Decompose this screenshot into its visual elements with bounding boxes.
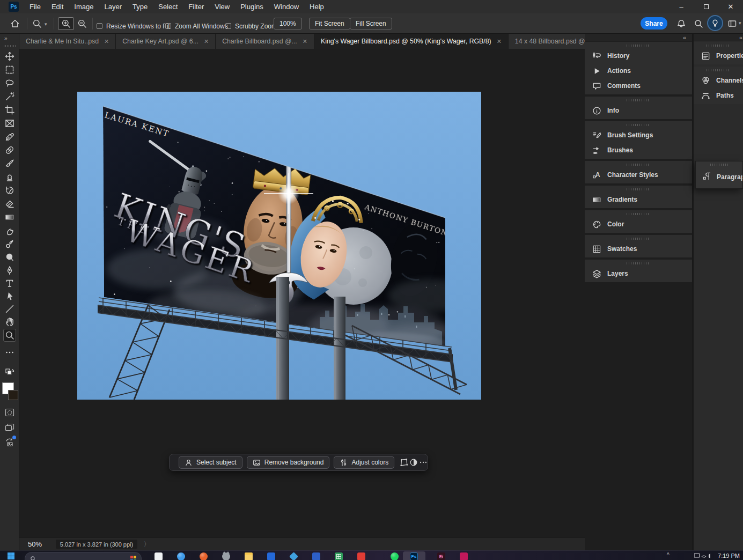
transform-button[interactable] [400, 456, 408, 469]
photoshop-app-icon[interactable]: Ps [9, 2, 19, 12]
remove-background-button[interactable]: Remove background [247, 456, 330, 469]
status-chevron-icon[interactable]: 〉 [144, 540, 150, 548]
document-info[interactable]: 5.027 in x 3.827 in (300 ppi) [56, 540, 137, 549]
panel-tab-paths[interactable]: Paths [694, 88, 743, 103]
select-subject-button[interactable]: Select subject [179, 456, 242, 469]
zoom-out-button[interactable] [77, 19, 87, 28]
panel-group-grip[interactable] [627, 45, 650, 47]
move-tool[interactable] [4, 50, 16, 62]
panel-group-grip[interactable] [627, 238, 650, 240]
fill-screen-button[interactable]: Fill Screen [350, 18, 392, 30]
app-file-explorer-icon[interactable] [245, 552, 253, 560]
lasso-tool[interactable] [4, 77, 16, 89]
panel-group-grip[interactable] [707, 69, 730, 71]
gradient-tool[interactable] [4, 211, 16, 223]
app-red-icon[interactable] [357, 552, 365, 560]
type-tool[interactable] [4, 277, 16, 289]
close-button[interactable]: ✕ [718, 0, 743, 13]
screen-mode-icon[interactable] [4, 422, 16, 433]
zoom-100-button[interactable]: 100% [274, 18, 302, 30]
menu-view[interactable]: View [209, 0, 235, 13]
menu-image[interactable]: Image [69, 0, 99, 13]
panel-tab-color[interactable]: Color [585, 217, 692, 232]
panel-tab-gradients[interactable]: Gradients [585, 192, 692, 207]
share-button[interactable]: Share [641, 17, 667, 30]
app-premiere-icon[interactable]: Pr [437, 552, 445, 560]
menu-type[interactable]: Type [127, 0, 153, 13]
swap-colors-icon[interactable] [4, 367, 16, 379]
panel-group-grip[interactable] [627, 124, 650, 126]
background-color-swatch[interactable] [8, 390, 18, 400]
panel-group-grip[interactable] [627, 213, 650, 215]
panel-group-grip[interactable] [627, 262, 650, 264]
panel-tab-history[interactable]: History [585, 48, 692, 63]
panel-tab-swatches[interactable]: Swatches [585, 241, 692, 256]
panel-tab-brushes[interactable]: Brushes [585, 143, 692, 158]
menu-edit[interactable]: Edit [46, 0, 69, 13]
discover-lightbulb-icon[interactable] [707, 15, 723, 31]
document-tab-4-active[interactable]: King's Wager Billboard.psd @ 50% (King's… [314, 34, 509, 49]
collapse-panels-icon[interactable]: « [683, 34, 686, 41]
hand-tool[interactable] [4, 316, 16, 328]
mixer-brush-tool[interactable] [4, 238, 16, 250]
menu-window[interactable]: Window [269, 0, 304, 13]
app-excel-icon[interactable] [335, 552, 343, 560]
fit-screen-button[interactable]: Fit Screen [309, 18, 350, 30]
maximize-button[interactable] [694, 0, 718, 13]
clone-stamp-tool[interactable] [4, 171, 16, 183]
tab-close-icon[interactable]: ✕ [303, 38, 307, 45]
crop-tool[interactable] [4, 104, 16, 116]
panel-group-grip[interactable] [707, 45, 730, 47]
eyedropper-tool[interactable] [4, 131, 16, 143]
panel-tab-actions[interactable]: Actions [585, 63, 692, 78]
taskbar-search-box[interactable] [25, 552, 142, 560]
zoom-level-field[interactable]: 50% [28, 540, 42, 548]
app-copilot-icon[interactable] [177, 552, 185, 560]
app-github-icon[interactable] [222, 552, 230, 560]
panel-tab-brush-settings[interactable]: Brush Settings [585, 128, 692, 143]
windows-start-button[interactable] [8, 552, 14, 559]
panel-tab-paragraph-styles[interactable]: Paragraph St [696, 169, 743, 185]
pen-tool[interactable] [4, 264, 16, 276]
zoom-tool[interactable] [4, 329, 16, 341]
panel-group-grip[interactable] [627, 164, 650, 166]
panel-tab-properties[interactable]: Properties [694, 48, 743, 63]
edit-toolbar-ellipsis-icon[interactable] [4, 347, 16, 358]
document-tab-1[interactable]: Charlie & Me In Situ..psd✕ [19, 34, 116, 49]
contrast-button[interactable] [409, 456, 418, 469]
quick-mask-icon[interactable] [4, 407, 16, 418]
panel-group-grip[interactable] [627, 188, 650, 190]
minimize-button[interactable]: – [669, 0, 694, 13]
smudge-tool[interactable] [4, 225, 16, 237]
path-selection-tool[interactable] [4, 290, 16, 302]
zoom-in-button[interactable] [58, 17, 74, 30]
panel-tab-layers[interactable]: Layers [585, 266, 692, 281]
chevron-down-icon[interactable]: ▾ [739, 20, 741, 26]
notifications-bell-icon[interactable] [676, 19, 686, 28]
document-tab-3[interactable]: Charlie Billboard.psd @...✕ [216, 34, 314, 49]
app-blue-gem-icon[interactable] [289, 552, 298, 560]
line-tool[interactable] [4, 303, 16, 315]
zoom-tool-preset-icon[interactable] [32, 19, 42, 28]
taskbar-tray-chevron-icon[interactable]: ^ [667, 552, 670, 558]
healing-brush-tool[interactable] [4, 144, 16, 156]
more-options-button[interactable] [419, 456, 428, 469]
menu-filter[interactable]: Filter [183, 0, 209, 13]
dodge-tool[interactable] [4, 252, 16, 263]
menu-layer[interactable]: Layer [99, 0, 128, 13]
history-brush-tool[interactable] [4, 185, 16, 196]
panel-tab-info[interactable]: Info [585, 103, 692, 118]
app-widgets-icon[interactable] [155, 552, 163, 560]
panel-tab-comments[interactable]: Comments [585, 78, 692, 93]
menu-file[interactable]: File [24, 0, 46, 13]
panel-tab-character-styles[interactable]: ACharacter Styles [585, 167, 692, 182]
capture-share-icon[interactable] [4, 437, 16, 448]
collapse-toolbar-icon[interactable]: » [4, 35, 8, 41]
brush-tool[interactable] [4, 158, 16, 170]
taskbar-photoshop-icon[interactable]: Ps [410, 552, 418, 560]
app-blue-icon[interactable] [312, 552, 320, 560]
toolbar-grip[interactable] [4, 45, 16, 47]
collapse-panels-icon[interactable]: « [739, 34, 742, 41]
tab-close-icon[interactable]: ✕ [497, 38, 502, 45]
workspace-panel-icon[interactable] [727, 19, 737, 28]
